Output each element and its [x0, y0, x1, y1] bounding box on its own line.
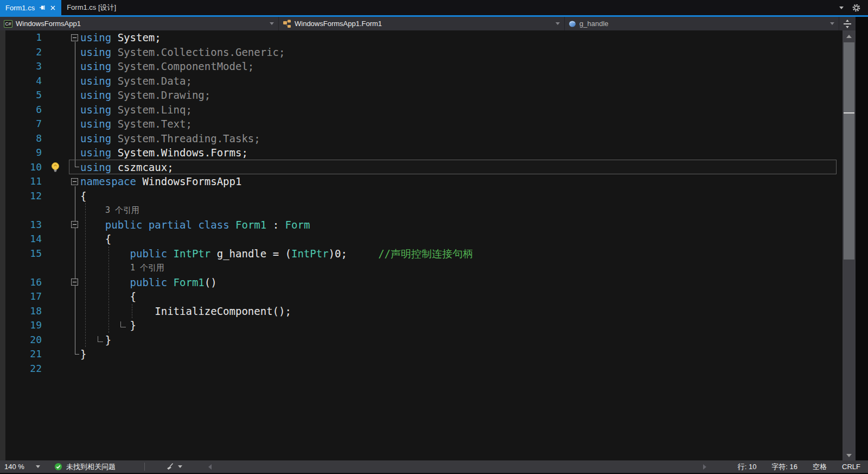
- line-number[interactable]: 8: [0, 131, 47, 146]
- glyph-margin: [47, 333, 71, 347]
- line-number[interactable]: 16: [0, 275, 47, 290]
- code-line[interactable]: 16 public Form1(): [0, 275, 843, 290]
- line-number[interactable]: 21: [0, 347, 47, 362]
- glyph-margin: [47, 289, 71, 304]
- code-line[interactable]: 12{: [0, 189, 843, 204]
- document-list-dropdown-icon[interactable]: [839, 7, 844, 9]
- code-editor[interactable]: 1using System;2using System.Collections.…: [0, 30, 843, 460]
- type-dropdown[interactable]: WindowsFormsApp1.Form1: [279, 17, 565, 30]
- close-icon[interactable]: [50, 5, 56, 11]
- glyph-margin: [47, 74, 71, 89]
- outline-margin: [71, 304, 80, 319]
- pin-icon[interactable]: [39, 4, 46, 11]
- glyph-margin: [47, 347, 71, 362]
- code-line[interactable]: 7using System.Text;: [0, 117, 843, 131]
- code-line[interactable]: 8using System.Threading.Tasks;: [0, 131, 843, 146]
- tab-form1-cs-design[interactable]: Form1.cs [设计]: [61, 0, 122, 15]
- code-line[interactable]: 15 public IntPtr g_handle = (IntPtr)0; /…: [0, 247, 843, 261]
- line-number[interactable]: 1: [0, 30, 47, 45]
- code-text: using System.Drawing;: [80, 88, 210, 103]
- code-line[interactable]: 17 {: [0, 289, 843, 304]
- outline-margin: [71, 318, 80, 333]
- line-number[interactable]: 10: [0, 160, 47, 175]
- line-number[interactable]: 15: [0, 247, 47, 261]
- code-line[interactable]: 11namespace WindowsFormsApp1: [0, 174, 843, 189]
- outline-margin: [71, 45, 80, 60]
- check-circle-icon: [54, 463, 62, 471]
- code-line[interactable]: 13 public partial class Form1 : Form: [0, 218, 843, 232]
- hscroll-left-arrow-icon[interactable]: [208, 464, 212, 470]
- code-line[interactable]: 18 InitializeComponent();: [0, 304, 843, 319]
- line-number[interactable]: 9: [0, 146, 47, 160]
- member-dropdown[interactable]: g_handle: [565, 17, 839, 30]
- code-line[interactable]: 19 }: [0, 318, 843, 333]
- line-number[interactable]: 18: [0, 304, 47, 319]
- code-line[interactable]: 10using cszmcaux;: [0, 160, 843, 175]
- zoom-selector[interactable]: 140 %: [4, 460, 40, 473]
- scroll-down-arrow-icon[interactable]: [846, 454, 852, 457]
- code-line[interactable]: 4using System.Data;: [0, 74, 843, 89]
- code-line[interactable]: 14 {: [0, 232, 843, 247]
- glyph-margin: [47, 59, 71, 74]
- scrollbar-thumb[interactable]: [844, 42, 854, 260]
- glyph-margin: [47, 304, 71, 319]
- document-health-indicator[interactable]: 未找到相关问题: [54, 460, 116, 473]
- gear-icon[interactable]: [852, 4, 860, 12]
- char-indicator[interactable]: 字符: 16: [771, 462, 797, 472]
- hscroll-right-arrow-icon[interactable]: [703, 464, 706, 470]
- line-number[interactable]: 13: [0, 218, 47, 232]
- fold-toggle[interactable]: [71, 174, 80, 189]
- line-ending-indicator[interactable]: CRLF: [842, 463, 860, 471]
- fold-toggle[interactable]: [71, 275, 80, 290]
- code-cleanup-button[interactable]: [166, 460, 182, 473]
- line-number[interactable]: 11: [0, 174, 47, 189]
- line-number[interactable]: 3: [0, 59, 47, 74]
- line-number[interactable]: 2: [0, 45, 47, 60]
- code-text: {: [80, 289, 136, 304]
- code-text: using System;: [80, 30, 161, 45]
- codelens-references[interactable]: 1 个引用: [0, 261, 843, 275]
- split-editor-button[interactable]: [839, 17, 856, 30]
- type-name: WindowsFormsApp1.Form1: [295, 20, 382, 28]
- line-indicator[interactable]: 行: 10: [738, 462, 757, 472]
- line-number[interactable]: 20: [0, 333, 47, 347]
- indent-mode-indicator[interactable]: 空格: [813, 462, 827, 472]
- csharp-project-icon: C#: [4, 20, 12, 28]
- line-number[interactable]: 22: [0, 362, 47, 376]
- quick-actions-lightbulb-icon[interactable]: [47, 160, 71, 175]
- line-number[interactable]: 5: [0, 88, 47, 103]
- code-line[interactable]: 22: [0, 362, 843, 376]
- glyph-margin: [47, 362, 71, 376]
- code-line[interactable]: 3using System.ComponentModel;: [0, 59, 843, 74]
- zoom-value: 140 %: [4, 463, 24, 471]
- line-number[interactable]: 4: [0, 74, 47, 89]
- code-text: namespace WindowsFormsApp1: [80, 174, 241, 189]
- fold-toggle[interactable]: [71, 30, 80, 45]
- scroll-up-arrow-icon[interactable]: [846, 35, 852, 38]
- tab-form1-cs[interactable]: Form1.cs: [0, 0, 61, 15]
- code-line[interactable]: 2using System.Collections.Generic;: [0, 45, 843, 60]
- code-text: using System.Linq;: [80, 103, 192, 117]
- line-number[interactable]: 17: [0, 289, 47, 304]
- project-dropdown[interactable]: C# WindowsFormsApp1: [0, 17, 279, 30]
- code-line[interactable]: 21}: [0, 347, 843, 362]
- code-line[interactable]: 1using System;: [0, 30, 843, 45]
- document-tab-bar: Form1.cs Form1.cs [设计]: [0, 0, 868, 15]
- fold-toggle[interactable]: [71, 218, 80, 232]
- code-line[interactable]: 9using System.Windows.Forms;: [0, 146, 843, 160]
- line-number[interactable]: 6: [0, 103, 47, 117]
- line-number[interactable]: 7: [0, 117, 47, 131]
- svg-text:C#: C#: [5, 21, 11, 27]
- code-line[interactable]: 20 }: [0, 333, 843, 347]
- code-text: using System.ComponentModel;: [80, 59, 254, 74]
- class-icon: [283, 20, 291, 28]
- chevron-down-icon[interactable]: [178, 465, 182, 468]
- line-number[interactable]: 19: [0, 318, 47, 333]
- code-line[interactable]: 5using System.Drawing;: [0, 88, 843, 103]
- codelens-references[interactable]: 3 个引用: [0, 203, 843, 218]
- code-line[interactable]: 6using System.Linq;: [0, 103, 843, 117]
- vertical-scrollbar[interactable]: [843, 30, 856, 460]
- line-number[interactable]: 14: [0, 232, 47, 247]
- line-number[interactable]: 12: [0, 189, 47, 204]
- code-text: {: [80, 232, 111, 247]
